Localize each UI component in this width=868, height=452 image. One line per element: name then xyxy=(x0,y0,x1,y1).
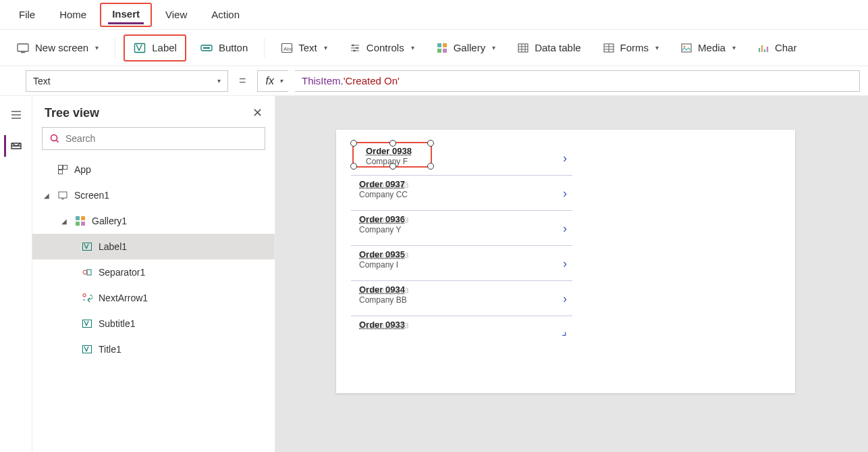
tree-node-nextarrow1-label: NextArrow1 xyxy=(99,293,148,303)
tree-node-subtitle1[interactable]: Subtitle1 xyxy=(32,311,275,336)
data-table-button[interactable]: Data table xyxy=(509,36,589,59)
svg-rect-12 xyxy=(437,49,441,53)
resize-handle[interactable] xyxy=(427,140,434,147)
highlight-label-button: Label xyxy=(124,34,186,61)
forms-dropdown[interactable]: Forms ▾ xyxy=(595,36,668,59)
chevron-right-icon[interactable]: › xyxy=(563,292,567,306)
button-control-button[interactable]: Button xyxy=(192,36,256,60)
formula-token-thisitem: ThisItem xyxy=(302,75,341,86)
fx-button[interactable]: fx ▾ xyxy=(257,70,288,92)
resize-handle[interactable] xyxy=(350,140,357,147)
media-icon xyxy=(680,42,693,54)
rail-hamburger[interactable] xyxy=(5,104,27,126)
ribbon: New screen ▾ Label Button Abc Text ▾ Con… xyxy=(0,30,868,66)
gallery-icon xyxy=(74,215,86,227)
chevron-right-icon[interactable]: › xyxy=(563,151,567,166)
text-dropdown[interactable]: Abc Text ▾ xyxy=(273,36,335,59)
equals-label: = xyxy=(235,74,250,88)
tree-node-screen1[interactable]: ◢ Screen1 xyxy=(32,182,275,208)
gallery-icon xyxy=(436,42,448,54)
menu-home[interactable]: Home xyxy=(49,5,97,24)
collapse-icon[interactable]: ◢ xyxy=(42,192,51,199)
gallery-item[interactable]: Order 0933 1/18/2019 9:03 › xyxy=(351,316,572,351)
tree-search-input[interactable] xyxy=(65,133,258,144)
property-dropdown[interactable]: Text ▾ xyxy=(26,70,228,92)
gallery-item[interactable]: Order 0936 1/18/2019 9:03 Company Y › xyxy=(351,211,572,246)
resize-handle[interactable] xyxy=(350,163,357,170)
ribbon-separator xyxy=(264,38,265,58)
chevron-down-icon: ▾ xyxy=(732,44,736,51)
svg-rect-22 xyxy=(59,192,67,198)
gallery-preview[interactable]: Order 0938 Company F › Order 0937 1/18/2… xyxy=(351,141,572,382)
charts-dropdown-label: Char xyxy=(775,42,797,53)
chevron-down-icon: ▾ xyxy=(279,77,283,84)
screen-icon xyxy=(57,189,69,201)
gallery-item[interactable]: Order 0934 1/18/2019 9:03 Company BB › xyxy=(351,281,572,316)
svg-text:Abc: Abc xyxy=(283,46,293,52)
tree-view-panel: Tree view ✕ App ◢ xyxy=(32,96,275,452)
gallery-item-date: 1/18/2019 9:03 xyxy=(359,322,408,330)
tree-node-app[interactable]: App xyxy=(32,157,275,182)
svg-rect-16 xyxy=(682,44,691,52)
forms-icon xyxy=(603,42,615,54)
svg-rect-24 xyxy=(76,216,80,220)
svg-rect-27 xyxy=(81,222,85,226)
app-icon xyxy=(57,164,69,176)
chevron-right-icon[interactable]: › xyxy=(563,186,567,201)
tree-node-nextarrow1[interactable]: NextArrow1 xyxy=(32,285,275,311)
tree-node-gallery1[interactable]: ◢ Gallery1 xyxy=(32,208,275,234)
gallery-item-subtitle: Company BB xyxy=(359,295,407,305)
svg-point-9 xyxy=(353,49,355,51)
separator-icon xyxy=(81,266,93,278)
chevron-down-icon: ▾ xyxy=(492,44,495,51)
gallery-item-date: 1/18/2019 9:03 xyxy=(359,181,408,189)
gallery-item[interactable]: Order 0937 1/18/2019 9:03 Company CC › xyxy=(351,176,572,211)
menu-action[interactable]: Action xyxy=(200,5,250,24)
button-control-text: Button xyxy=(219,42,248,53)
canvas[interactable]: Order 0938 Company F › Order 0937 1/18/2… xyxy=(275,96,868,452)
gallery-item-subtitle: Company F xyxy=(366,157,408,166)
svg-rect-23 xyxy=(61,199,64,199)
resize-handle[interactable] xyxy=(427,163,434,170)
new-screen-button[interactable]: New screen ▾ xyxy=(8,36,107,60)
label-icon xyxy=(81,241,93,253)
menu-insert[interactable]: Insert xyxy=(108,5,144,24)
gallery-dropdown[interactable]: Gallery ▾ xyxy=(428,36,504,59)
search-icon xyxy=(49,133,60,144)
chevron-right-icon[interactable]: › xyxy=(559,328,571,341)
formula-input[interactable]: ThisItem.'Created On' xyxy=(295,70,860,92)
label-button[interactable]: Label xyxy=(125,36,185,60)
tree-node-label1[interactable]: Label1 xyxy=(32,234,275,259)
gallery-item[interactable]: Order 0935 1/18/2019 9:03 Company I › xyxy=(351,246,572,281)
tree-search[interactable] xyxy=(42,127,265,150)
gallery-item[interactable]: Order 0938 Company F › xyxy=(351,141,572,176)
tree-node-separator1[interactable]: Separator1 xyxy=(32,259,275,285)
label-icon xyxy=(81,318,93,330)
chevron-down-icon: ▾ xyxy=(95,44,99,51)
menu-view[interactable]: View xyxy=(155,5,198,24)
menu-bar: File Home Insert View Action xyxy=(0,0,868,30)
tree-node-title1[interactable]: Title1 xyxy=(32,336,275,362)
menu-file[interactable]: File xyxy=(8,5,46,24)
screen-preview[interactable]: Order 0938 Company F › Order 0937 1/18/2… xyxy=(336,130,795,393)
controls-dropdown[interactable]: Controls ▾ xyxy=(341,36,423,59)
close-icon[interactable]: ✕ xyxy=(252,105,263,120)
gallery-item-date: 1/18/2019 9:03 xyxy=(359,286,408,295)
rail-tree-view[interactable] xyxy=(4,135,26,157)
collapse-icon[interactable]: ◢ xyxy=(59,218,69,225)
charts-dropdown[interactable]: Char xyxy=(749,36,805,59)
chevron-right-icon[interactable]: › xyxy=(563,222,567,236)
gallery-item-date: 1/18/2019 9:03 xyxy=(359,216,408,224)
highlight-insert: Insert xyxy=(100,3,152,27)
gallery-item-subtitle: Company I xyxy=(359,260,398,270)
gallery-item-subtitle: Company Y xyxy=(359,225,401,234)
chevron-right-icon[interactable]: › xyxy=(563,257,567,271)
tree-node-screen1-label: Screen1 xyxy=(74,190,109,201)
controls-icon xyxy=(349,42,361,54)
chevron-down-icon: ▾ xyxy=(655,44,659,51)
gallery-item-title: Order 0938 xyxy=(366,146,412,156)
media-dropdown[interactable]: Media ▾ xyxy=(672,36,744,59)
main-area: Tree view ✕ App ◢ xyxy=(0,96,868,452)
svg-point-17 xyxy=(684,45,686,47)
label-button-text: Label xyxy=(152,42,177,53)
